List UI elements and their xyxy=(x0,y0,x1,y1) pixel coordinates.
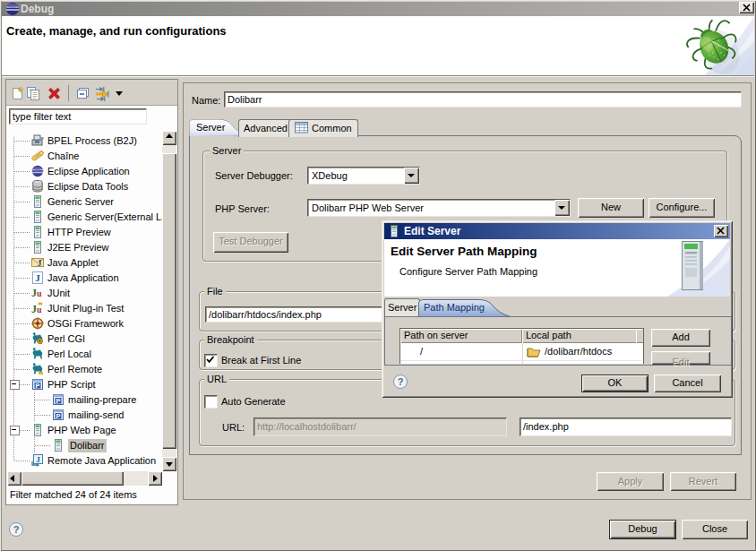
svg-text:u: u xyxy=(37,305,42,314)
svg-text:J: J xyxy=(35,272,40,283)
svg-text:u: u xyxy=(37,288,42,298)
svg-text:P: P xyxy=(35,382,39,390)
svg-text:P: P xyxy=(56,412,60,420)
svg-text:P: P xyxy=(56,397,60,405)
svg-text:J: J xyxy=(38,258,42,268)
